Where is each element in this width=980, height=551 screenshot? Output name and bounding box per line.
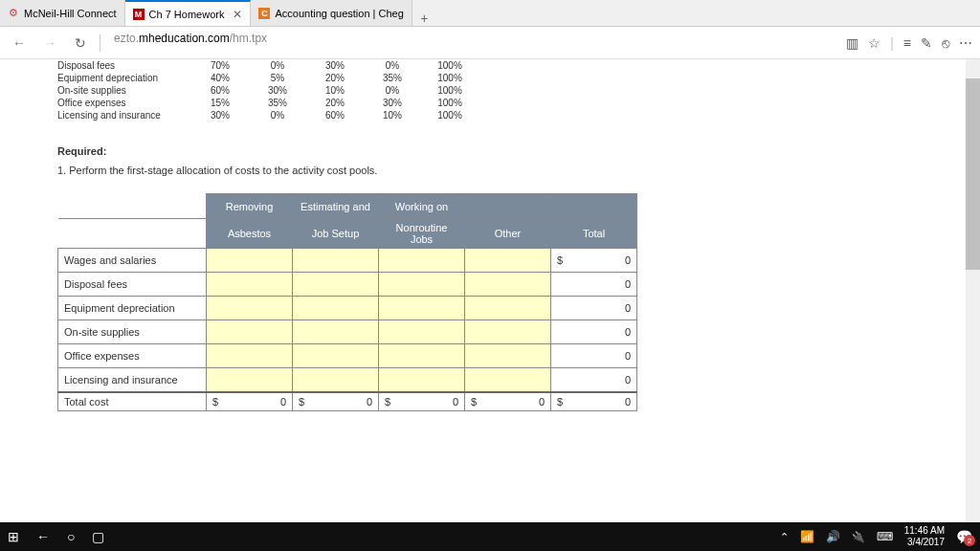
tab-label: Ch 7 Homework [149,9,225,20]
amount-input[interactable] [471,347,545,364]
table-row: Licensing and insurance30%0%60%10%100% [57,109,479,121]
input-cell[interactable] [207,249,293,273]
input-cell[interactable] [207,368,293,393]
reading-view-icon[interactable]: ▥ [846,35,858,51]
total-cell: $0 [379,392,465,411]
amount-input[interactable] [385,323,458,341]
input-cell[interactable] [465,344,551,368]
favorite-icon[interactable]: ☆ [868,35,880,51]
input-cell[interactable] [379,344,465,368]
amount-input[interactable] [299,276,372,293]
input-cell[interactable] [465,320,551,344]
amount-input[interactable] [471,276,545,293]
input-cell[interactable] [379,368,465,393]
input-cell[interactable] [293,320,379,344]
cell: 0% [364,84,421,97]
input-cell[interactable] [465,368,551,393]
clock[interactable]: 11:46 AM 3/4/2017 [904,525,945,548]
input-cell[interactable] [379,273,465,297]
amount-input[interactable] [471,299,545,317]
col-header: Nonroutine Jobs [379,219,465,249]
input-cell[interactable] [293,249,379,273]
keyboard-icon[interactable]: ⌨ [877,530,893,543]
row-label: On-site supplies [57,84,191,97]
input-cell[interactable] [207,320,293,344]
total-cell: $0 [551,249,637,273]
tab-item[interactable]: C Accounting question | Cheg [251,0,412,26]
hub-icon[interactable]: ≡ [903,35,911,51]
cell: 100% [421,97,479,109]
cell: 30% [306,59,364,72]
amount-input[interactable] [385,276,458,293]
amount-input[interactable] [299,299,372,317]
col-header: Job Setup [293,219,379,249]
amount-input[interactable] [385,299,458,317]
amount-input[interactable] [299,347,372,364]
total-row: Total cost$0$0$0$0$0 [58,392,637,411]
notification-icon[interactable]: 💬2 [956,529,972,544]
amount-input[interactable] [385,252,458,269]
tray-icon[interactable]: ⌃ [780,531,789,543]
input-cell[interactable] [293,368,379,393]
input-cell[interactable] [207,344,293,368]
amount-input[interactable] [299,371,372,388]
back-button[interactable]: ← [8,32,31,55]
volume-icon[interactable]: 🔊 [826,530,840,543]
amount-input[interactable] [385,347,458,364]
input-cell[interactable] [293,273,379,297]
input-cell[interactable] [379,249,465,273]
tab-item[interactable]: ⚙ McNeil-Hill Connect [0,0,125,26]
row-label: Office expenses [58,344,207,368]
amount-input[interactable] [212,299,286,317]
amount-input[interactable] [212,276,286,293]
browser-tabs: ⚙ McNeil-Hill Connect M Ch 7 Homework ✕ … [0,0,980,27]
scrollbar[interactable] [966,59,980,522]
note-icon[interactable]: ✎ [921,35,932,51]
cortana-icon[interactable]: ○ [67,529,75,544]
cell: 10% [306,84,364,97]
power-icon[interactable]: 🔌 [852,531,865,543]
input-cell[interactable] [207,273,293,297]
input-cell[interactable] [465,249,551,273]
share-icon[interactable]: ⎋ [942,35,949,51]
input-cell[interactable] [465,297,551,320]
close-icon[interactable]: ✕ [233,8,242,21]
amount-input[interactable] [471,323,545,341]
input-cell[interactable] [379,297,465,320]
input-cell[interactable] [293,344,379,368]
forward-button[interactable]: → [38,32,61,55]
url-field[interactable]: ezto.mheducation.com/hm.tpx [108,32,838,55]
cell: 40% [191,72,249,84]
input-cell[interactable] [465,273,551,297]
amount-input[interactable] [471,371,545,388]
table-row: Equipment depreciation40%5%20%35%100% [57,72,479,84]
amount-input[interactable] [212,347,286,364]
input-cell[interactable] [207,297,293,320]
amount-input[interactable] [212,323,286,341]
allocation-table: Removing Estimating and Working on Asbes… [57,193,637,411]
refresh-button[interactable]: ↻ [69,32,92,55]
start-button[interactable]: ⊞ [8,529,19,544]
cell: 100% [421,109,479,121]
col-header: Removing [207,194,293,219]
tab-item-active[interactable]: M Ch 7 Homework ✕ [125,0,252,26]
input-cell[interactable] [293,297,379,320]
input-cell[interactable] [379,320,465,344]
required-text: 1. Perform the first-stage allocation of… [57,165,980,176]
amount-input[interactable] [212,252,286,269]
more-icon[interactable]: ⋯ [959,35,972,51]
amount-input[interactable] [471,252,545,269]
amount-input[interactable] [299,323,372,341]
amount-input[interactable] [299,252,372,269]
amount-input[interactable] [212,371,286,388]
row-label: Licensing and insurance [57,109,191,121]
wifi-icon[interactable]: 📶 [800,530,814,543]
taskview-icon[interactable]: ▢ [92,529,104,544]
taskview-back-icon[interactable]: ← [36,529,50,544]
cell: 10% [364,109,421,121]
scrollbar-thumb[interactable] [966,78,980,270]
new-tab-button[interactable]: + [412,11,436,26]
table-row: Wages and salaries$0 [58,249,637,273]
cell: 20% [306,72,364,84]
amount-input[interactable] [385,371,458,388]
